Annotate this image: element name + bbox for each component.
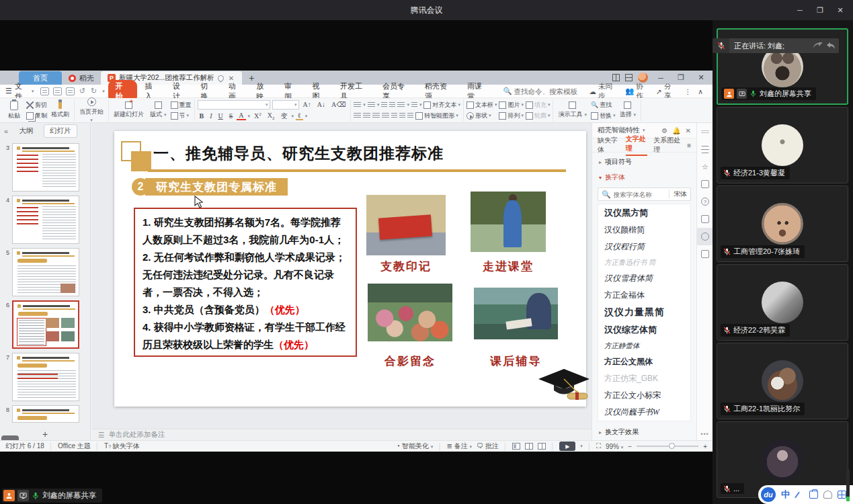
font-color-button[interactable]: A <box>237 112 245 120</box>
find-button[interactable]: 🔍查找 <box>591 101 616 110</box>
underline-button[interactable]: U <box>216 112 225 120</box>
align-text-button[interactable]: 对齐文本▾ <box>423 101 460 110</box>
font-item[interactable]: 汉仪程行简 <box>598 239 690 255</box>
bullet-list-icon[interactable] <box>354 102 361 108</box>
align-left-icon[interactable] <box>354 113 361 119</box>
zoom-slider[interactable] <box>637 446 698 447</box>
zoom-in-button[interactable]: + <box>703 443 707 450</box>
tab-diagram[interactable]: 关系图处理 <box>653 136 681 155</box>
save-icon[interactable] <box>40 87 49 95</box>
ime-pen-icon[interactable] <box>795 491 804 499</box>
font-item[interactable]: 方正仿宋_GBK <box>598 370 690 387</box>
collapse-ribbon-icon[interactable]: ∧ <box>698 87 703 95</box>
fill-button[interactable]: 填充▾ <box>526 101 551 110</box>
new-slide-button[interactable]: 新建幻灯片 <box>112 101 146 120</box>
font-item[interactable]: 方正金福体 <box>598 287 690 304</box>
tab-docer[interactable]: 稻壳 <box>62 71 101 85</box>
ime-keyboard-icon[interactable] <box>838 491 846 499</box>
photo-tutoring[interactable] <box>474 288 558 339</box>
gear-icon[interactable]: ⚙ <box>661 127 667 134</box>
zoom-out-button[interactable]: − <box>628 443 632 450</box>
minimize-button[interactable]: ─ <box>790 0 810 20</box>
mic-muted-icon[interactable] <box>713 38 729 53</box>
outline-button[interactable]: 轮廓▾ <box>526 112 551 120</box>
participant-tile[interactable]: 工商管理20-7张姝琦 <box>717 185 848 262</box>
ime-user-icon[interactable] <box>823 491 832 499</box>
slide-title[interactable]: 一、推免辅导员、研究生支教团推荐标准 <box>153 143 444 164</box>
pane-drag-handle[interactable] <box>697 123 713 140</box>
font-item[interactable]: 方正公文黑体 <box>598 353 690 370</box>
zoom-slider-knob[interactable] <box>669 443 675 449</box>
zoom-level[interactable]: 99% ▾ <box>606 443 623 450</box>
italic-button[interactable]: I <box>208 112 214 120</box>
font-item[interactable]: 汉仪颜楷简 <box>598 222 690 239</box>
play-from-current-button[interactable]: 当页开始▾ <box>77 97 106 124</box>
redo-icon[interactable]: ↻ <box>89 87 99 95</box>
format-painter-button[interactable]: 格式刷 <box>49 101 71 120</box>
more-menu-icon[interactable]: ⋮ <box>684 87 692 95</box>
strikethrough-button[interactable]: S <box>227 112 235 120</box>
rules-textbox[interactable]: 1. 研究生支教团招募名额为7名。每学院推荐人数原则上不超过3名，我院前几年为0… <box>134 208 357 357</box>
font-item[interactable]: 汉仪力量黑简 <box>598 304 690 321</box>
participant-tile[interactable]: 工商22-1凯丽比努尔 <box>717 343 848 419</box>
ime-logo[interactable]: du <box>761 487 776 502</box>
font-search-input[interactable] <box>614 191 666 198</box>
participant-tile[interactable]: 经济22-2韩昊霖 <box>717 264 848 341</box>
windows-icon[interactable] <box>697 175 713 193</box>
current-font-button[interactable]: 宋体 <box>669 190 687 199</box>
pane-menu-icon[interactable]: ≡ <box>687 142 691 149</box>
fit-slide-icon[interactable]: ⛶ <box>596 442 601 450</box>
paste-button[interactable]: 粘贴 <box>4 100 24 121</box>
highlight-color-button[interactable]: ℓ <box>296 112 303 120</box>
play-options-caret[interactable]: ▾ <box>580 444 583 449</box>
slide-thumbnail-5[interactable] <box>12 248 79 296</box>
numbered-list-icon[interactable] <box>368 102 375 108</box>
smart-graphic-button[interactable]: 转智能图形▾ <box>415 112 458 120</box>
font-item[interactable]: 汉仪雪君体简 <box>598 270 690 287</box>
ime-language-toggle[interactable]: 中 <box>781 489 790 501</box>
reply-arrow-icon[interactable] <box>826 42 836 50</box>
outline-tab[interactable]: 大纲 <box>13 125 38 137</box>
monitor-edit-icon[interactable] <box>697 210 713 228</box>
font-item[interactable]: 汉仪综艺体简 <box>598 321 690 339</box>
sorter-view-icon[interactable] <box>525 443 533 450</box>
line-spacing-icon[interactable] <box>411 102 417 108</box>
close-button[interactable]: ✕ <box>830 0 850 20</box>
align-center-icon[interactable] <box>363 113 370 119</box>
increase-indent-icon[interactable] <box>389 102 395 108</box>
columns-icon[interactable] <box>397 102 405 108</box>
badge-text[interactable]: 研究生支教团专属标准 <box>145 178 288 196</box>
photo-classroom[interactable] <box>471 192 546 252</box>
font-search-box[interactable]: 🔍 宋体 <box>598 187 691 201</box>
decrease-font-icon[interactable]: A↓ <box>315 101 327 108</box>
font-size-select[interactable]: ▾ <box>272 100 299 110</box>
reference-book-icon[interactable] <box>697 245 713 263</box>
tab-text-processing[interactable]: 文字处理 <box>626 134 648 156</box>
docer-features-icon[interactable] <box>697 228 713 245</box>
arrange-button[interactable]: 排列▾ <box>499 112 524 120</box>
wps-close-button[interactable]: ✕ <box>694 73 708 82</box>
slideshow-play-button[interactable]: ▶ <box>559 442 575 451</box>
wps-minimize-button[interactable]: ─ <box>653 74 668 82</box>
increase-font-icon[interactable]: A↑ <box>301 101 313 108</box>
font-item[interactable]: 方正静蕾体 <box>598 339 690 353</box>
font-item[interactable]: 方正鲁迅行书 简 <box>598 255 690 270</box>
slide-thumbnail-7[interactable] <box>12 353 79 401</box>
select-button[interactable]: 选择▾ <box>618 101 639 120</box>
participant-tile[interactable]: 经济21-3黄馨凝 <box>717 107 848 183</box>
photo-banner[interactable] <box>366 195 446 255</box>
reading-view-icon[interactable] <box>538 443 546 450</box>
replace-button[interactable]: 替换▾ <box>591 112 616 120</box>
forward-arrows-icon[interactable] <box>813 42 823 50</box>
font-name-select[interactable]: ▾ <box>198 100 270 110</box>
align-right-icon[interactable] <box>372 113 380 119</box>
shapes-button[interactable]: 形状▾ <box>466 112 497 120</box>
effects-star-icon[interactable]: ☆ <box>697 158 713 175</box>
paragraph-spacing-icon[interactable] <box>407 113 413 119</box>
slide-page[interactable]: 一、推免辅导员、研究生支教团推荐标准 2 研究生支教团专属标准 1. 研究生支教… <box>114 131 586 407</box>
distribute-icon[interactable] <box>391 113 397 119</box>
bold-button[interactable]: B <box>198 112 206 120</box>
clear-format-icon[interactable]: A⌫ <box>329 101 348 108</box>
smart-beautify-button[interactable]: ◔ 智能美化 ▾ <box>396 442 433 451</box>
text-box-button[interactable]: 文本框▾ <box>466 101 497 110</box>
